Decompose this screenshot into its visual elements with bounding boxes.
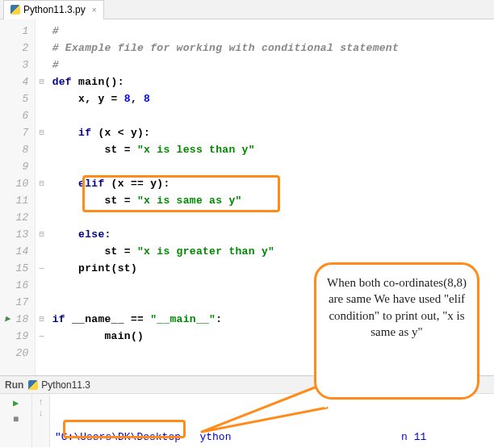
run-config-tab[interactable]: Python11.3 [28, 379, 90, 391]
tab-bar: Python11.3.py × [0, 0, 494, 19]
line-number: 10 [0, 175, 28, 192]
line-number: 12 [0, 209, 28, 226]
fold-marker[interactable] [36, 345, 47, 362]
fold-marker[interactable]: ⊟ [36, 124, 47, 141]
line-number: 15 [0, 260, 28, 277]
annotation-callout: When both co-ordinates(8,8) are same We … [314, 262, 479, 400]
fold-marker[interactable] [36, 243, 47, 260]
line-number: 3 [0, 57, 28, 73]
run-label: Run [5, 379, 23, 391]
line-number: 1 [0, 23, 28, 40]
code-line[interactable]: # [52, 57, 494, 73]
file-tab[interactable]: Python11.3.py × [3, 0, 104, 19]
line-number: 5 [0, 90, 28, 107]
fold-marker[interactable] [36, 107, 47, 124]
line-number: 19 [0, 328, 28, 345]
output-nav: ↑ ↓ [32, 394, 50, 447]
fold-marker[interactable] [36, 277, 47, 294]
code-line[interactable]: else: [52, 226, 494, 243]
fold-marker[interactable]: ⊟ [36, 226, 47, 243]
line-number: 7 [0, 124, 28, 141]
code-line[interactable]: # [52, 23, 494, 40]
code-line[interactable] [52, 158, 494, 175]
nav-down-icon[interactable]: ↓ [38, 408, 44, 418]
fold-marker[interactable] [36, 57, 47, 73]
code-line[interactable] [52, 209, 494, 226]
fold-marker[interactable]: ⊟ [36, 73, 47, 90]
fold-marker[interactable] [36, 90, 47, 107]
fold-marker[interactable] [36, 23, 47, 40]
python-file-icon [10, 5, 20, 15]
code-line[interactable]: st = "x is less than y" [52, 141, 494, 158]
run-config-name: Python11.3 [41, 379, 90, 391]
code-line[interactable]: elif (x == y): [52, 175, 494, 192]
code-line[interactable]: st = "x is same as y" [52, 192, 494, 209]
line-number: 17 [0, 294, 28, 311]
code-line[interactable]: # Example file for working with conditio… [52, 40, 494, 57]
line-number: 14 [0, 243, 28, 260]
fold-marker[interactable] [36, 294, 47, 311]
code-line[interactable]: def main(): [52, 73, 494, 90]
fold-marker[interactable]: ⊟ [36, 175, 47, 192]
callout-text: When both co-ordinates(8,8) are same We … [327, 276, 467, 338]
line-number: 16 [0, 277, 28, 294]
fold-marker[interactable] [36, 141, 47, 158]
code-line[interactable]: if (x < y): [52, 124, 494, 141]
line-number: 20 [0, 345, 28, 362]
line-number: 2 [0, 40, 28, 57]
file-tab-label: Python11.3.py [23, 4, 86, 15]
line-number: 18▶ [0, 311, 28, 328]
code-line[interactable] [52, 107, 494, 124]
fold-marker[interactable]: — [36, 260, 47, 277]
code-line[interactable]: st = "x is greater than y" [52, 243, 494, 260]
output-controls: ▶ ■ [0, 394, 32, 447]
stop-button-icon[interactable]: ■ [13, 414, 19, 425]
line-number: 6 [0, 107, 28, 124]
fold-marker[interactable] [36, 192, 47, 209]
line-number: 13 [0, 226, 28, 243]
close-tab-icon[interactable]: × [92, 6, 97, 15]
fold-marker[interactable]: ⊟ [36, 311, 47, 328]
line-number: 11 [0, 192, 28, 209]
line-number: 9 [0, 158, 28, 175]
run-button-icon[interactable]: ▶ [13, 397, 19, 409]
python-run-icon [28, 380, 38, 390]
nav-up-icon[interactable]: ↑ [38, 397, 44, 407]
fold-marker[interactable]: — [36, 328, 47, 345]
code-line[interactable]: x, y = 8, 8 [52, 90, 494, 107]
fold-column: ⊟⊟⊟⊟—⊟— [36, 19, 47, 375]
line-number: 4 [0, 73, 28, 90]
run-line-marker-icon: ▶ [5, 311, 10, 328]
fold-marker[interactable] [36, 158, 47, 175]
fold-marker[interactable] [36, 209, 47, 226]
fold-marker[interactable] [36, 40, 47, 57]
line-number-gutter: 123456789101112131415161718▶1920 [0, 19, 36, 375]
line-number: 8 [0, 141, 28, 158]
